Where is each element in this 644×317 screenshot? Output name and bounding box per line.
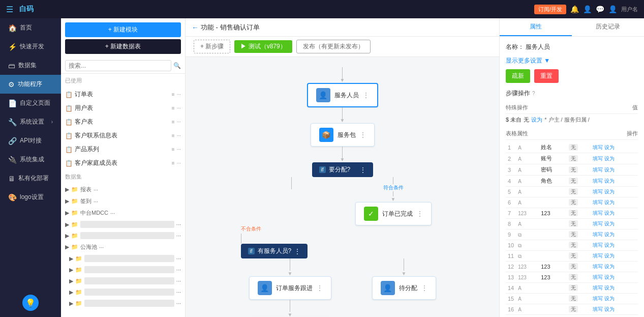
fill-button[interactable]: 填写 — [593, 178, 603, 185]
row-tag[interactable]: 无 — [567, 304, 591, 315]
fill-button[interactable]: 填写 — [593, 274, 603, 281]
sidebar-item-dataset[interactable]: 🗃 数据集 — [0, 56, 61, 75]
group-8[interactable]: ▶ 📁 ··· — [61, 264, 185, 275]
sidebar-item-integration[interactable]: 🔌 系统集成 — [0, 150, 61, 169]
node-more-1[interactable]: ⋮ — [363, 92, 369, 99]
set-button[interactable]: 设为 — [604, 274, 615, 281]
group-report[interactable]: ▶ 📁 报表 ··· — [61, 184, 185, 195]
row-tag[interactable]: 无 — [567, 240, 591, 251]
group-4[interactable]: ▶ 📁 ··· — [61, 219, 185, 230]
fill-button[interactable]: 填写 — [593, 220, 603, 227]
sidebar-item-settings[interactable]: 🔧 系统设置 › — [0, 112, 61, 131]
search-input[interactable] — [65, 60, 171, 71]
bell-icon[interactable]: 🔔 — [570, 5, 579, 13]
dollar-action[interactable]: 设为 — [531, 116, 542, 124]
new-data-button[interactable]: + 新建数据表 — [65, 39, 181, 54]
condition-label-left[interactable]: 不合条件 — [241, 225, 261, 233]
node-order-done[interactable]: ✓ 订单已完成 ⋮ — [355, 202, 432, 225]
row-tag[interactable]: 无 — [567, 251, 591, 262]
set-button[interactable]: 设为 — [604, 188, 615, 195]
fill-button[interactable]: 填写 — [593, 242, 603, 249]
sidebar-item-quickdev[interactable]: ⚡ 快速开发 — [0, 37, 61, 56]
row-tag[interactable]: 无 — [567, 294, 591, 304]
set-button[interactable]: 设为 — [604, 210, 615, 217]
node-more-done[interactable]: ⋮ — [417, 210, 423, 217]
fill-button[interactable]: 填写 — [593, 263, 603, 270]
help-button[interactable]: 💡 — [22, 295, 39, 311]
sidebar-item-logo[interactable]: 🎨 logo设置 — [0, 188, 61, 207]
fill-button[interactable]: 填写 — [593, 284, 603, 292]
if-more-1[interactable]: ⋮ — [360, 166, 366, 174]
set-button[interactable]: 设为 — [604, 306, 615, 313]
condition-label-right[interactable]: 符合条件 — [383, 184, 404, 191]
set-button[interactable]: 设为 — [604, 252, 615, 260]
info-icon[interactable]: ? — [532, 91, 535, 96]
list-item-user[interactable]: 📋 用户表 ≡··· — [61, 101, 185, 115]
node-service-package[interactable]: 📦 服务包 ⋮ — [311, 123, 375, 147]
sidebar-item-private[interactable]: 🖥 私有化部署 — [0, 169, 61, 188]
row-tag[interactable]: 无 — [567, 272, 591, 283]
set-button[interactable]: 设为 — [604, 155, 615, 162]
group-mdcc[interactable]: ▶ 📁 中台MDCC ··· — [61, 207, 185, 219]
set-button[interactable]: 设为 — [604, 231, 615, 238]
fill-button[interactable]: 填写 — [593, 166, 603, 174]
fill-button[interactable]: 填写 — [593, 306, 603, 313]
set-button[interactable]: 设为 — [604, 178, 615, 185]
trial-badge[interactable]: 订阅/开发 — [534, 5, 566, 14]
reset-button[interactable]: 重置 — [534, 69, 559, 83]
row-tag[interactable]: 无 — [567, 176, 591, 187]
sidebar-item-home[interactable]: 🏠 首页 — [0, 18, 61, 37]
menu-icon[interactable]: ☰ — [6, 5, 13, 14]
back-button[interactable]: ← — [192, 23, 199, 32]
fill-button[interactable]: 填写 — [593, 231, 603, 238]
list-item-customer[interactable]: 📋 客户表 ≡··· — [61, 115, 185, 129]
row-tag[interactable]: 无 — [567, 262, 591, 272]
list-item-product[interactable]: 📋 产品系列 ≡··· — [61, 142, 185, 156]
user-icon[interactable]: 👤 — [583, 5, 592, 13]
fill-button[interactable]: 填写 — [593, 188, 603, 195]
group-9[interactable]: ▶ 📁 ··· — [61, 275, 185, 286]
fill-button[interactable]: 填写 — [593, 295, 603, 302]
node-service-person[interactable]: 👤 服务人员 ⋮ — [307, 83, 378, 107]
if-more-2[interactable]: ⋮ — [294, 248, 300, 255]
list-item-family[interactable]: 📋 客户家庭成员表 ≡··· — [61, 156, 185, 170]
set-button[interactable]: 设为 — [604, 199, 615, 206]
if-node-staff[interactable]: if 有服务人员? ⋮ — [241, 244, 308, 258]
row-tag[interactable]: 无 — [567, 187, 591, 197]
sidebar-item-custompage[interactable]: 📄 自定义页面 — [0, 94, 61, 112]
avatar[interactable]: 👤 — [608, 5, 617, 13]
group-seahorse[interactable]: ▶ 📁 公海池 ··· — [61, 241, 185, 253]
group-7[interactable]: ▶ 📁 ··· — [61, 253, 185, 264]
set-button[interactable]: 设为 — [604, 166, 615, 174]
if-node-distribute[interactable]: if 要分配? ⋮ — [312, 162, 373, 177]
row-tag[interactable]: 无 — [567, 142, 591, 153]
set-button[interactable]: 设为 — [604, 284, 615, 292]
node-follow-order[interactable]: 👤 订单服务跟进 ⋮ — [249, 276, 331, 300]
sidebar-item-function[interactable]: ⚙ 功能程序 — [0, 75, 61, 94]
row-tag[interactable]: 无 — [567, 164, 591, 176]
sidebar-item-api[interactable]: 🔗 API对接 — [0, 131, 61, 150]
tab-attr[interactable]: 属性 — [500, 18, 572, 36]
row-tag[interactable]: 无 — [567, 283, 591, 294]
row-tag[interactable]: 无 — [567, 219, 591, 229]
row-tag[interactable]: 无 — [567, 197, 591, 208]
fill-button[interactable]: 填写 — [593, 155, 603, 162]
group-signin[interactable]: ▶ 📁 签到 ··· — [61, 195, 185, 207]
set-button[interactable]: 设为 — [604, 295, 615, 302]
node-pending-assign[interactable]: 👤 待分配 ⋮ — [372, 276, 436, 300]
group-5[interactable]: ▶ 📁 ··· — [61, 230, 185, 241]
row-tag[interactable]: 无 — [567, 153, 591, 164]
row-tag[interactable]: 无 — [567, 229, 591, 240]
node-more-2[interactable]: ⋮ — [360, 131, 366, 138]
group-11[interactable]: ▶ 📁 ··· — [61, 298, 185, 309]
fill-button[interactable]: 填写 — [593, 199, 603, 206]
set-button[interactable]: 设为 — [604, 263, 615, 270]
fill-button[interactable]: 填写 — [593, 252, 603, 260]
message-icon[interactable]: 💬 — [596, 5, 604, 13]
fill-button[interactable]: 填写 — [593, 144, 603, 151]
test-button[interactable]: ▶ 测试（v879） — [234, 40, 292, 53]
tab-history[interactable]: 历史记录 — [572, 18, 644, 36]
list-item-order[interactable]: 📋 订单表 ≡··· — [61, 88, 185, 101]
new-module-button[interactable]: + 新建模块 — [65, 22, 181, 37]
set-button[interactable]: 设为 — [604, 144, 615, 151]
